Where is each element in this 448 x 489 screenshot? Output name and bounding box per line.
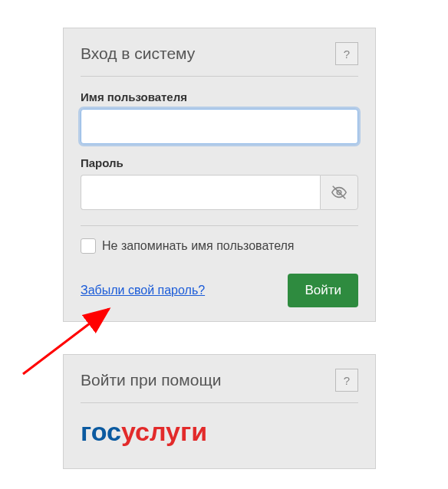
alt-panel-header: Войти при помощи ? [81, 369, 358, 403]
login-button[interactable]: Войти [288, 274, 358, 307]
password-wrapper [81, 175, 358, 210]
password-label: Пароль [81, 156, 358, 169]
remember-checkbox[interactable] [81, 238, 96, 254]
alt-help-button[interactable]: ? [335, 369, 358, 392]
login-panel: Вход в систему ? Имя пользователя Пароль… [63, 28, 376, 322]
toggle-password-visibility-button[interactable] [320, 175, 358, 210]
password-input[interactable] [81, 175, 320, 210]
eye-slash-icon [331, 184, 348, 201]
divider [81, 225, 358, 226]
login-help-button[interactable]: ? [335, 42, 358, 65]
alt-login-panel: Войти при помощи ? госуслуги [63, 354, 376, 469]
forgot-password-link[interactable]: Забыли свой пароль? [81, 284, 205, 297]
remember-row: Не запоминать имя пользователя [81, 238, 358, 254]
gosuslugi-logo-part2: услуги [121, 417, 207, 446]
login-panel-header: Вход в систему ? [81, 42, 358, 77]
username-input[interactable] [81, 109, 358, 144]
username-label: Имя пользователя [81, 90, 358, 103]
username-field-group: Имя пользователя [81, 90, 358, 144]
remember-label: Не запоминать имя пользователя [102, 239, 295, 253]
password-field-group: Пароль [81, 156, 358, 210]
login-title: Вход в систему [81, 44, 195, 63]
gosuslugi-logo-part1: гос [81, 417, 121, 446]
alt-title: Войти при помощи [81, 371, 221, 389]
actions-row: Забыли свой пароль? Войти [81, 274, 358, 307]
gosuslugi-login-button[interactable]: госуслуги [81, 417, 358, 447]
